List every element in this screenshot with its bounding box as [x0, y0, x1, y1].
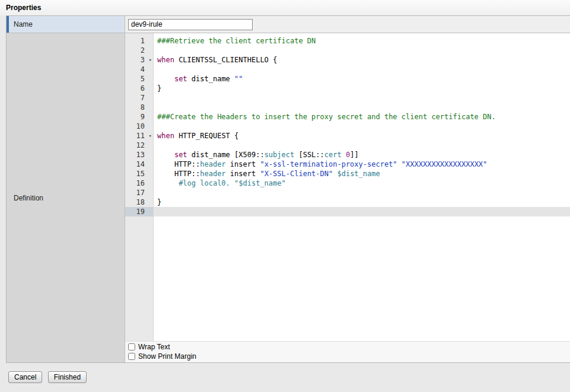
page: Properties Name Definition 123▾456789101… — [0, 0, 570, 392]
finished-button[interactable]: Finished — [48, 371, 87, 383]
code-line[interactable] — [154, 65, 570, 74]
gutter-line[interactable]: 19 — [125, 207, 153, 216]
code-token: ###Retrieve the client certificate DN — [157, 37, 316, 45]
definition-label: Definition — [14, 194, 43, 202]
name-label: Name — [14, 20, 33, 28]
line-number: 1 — [141, 37, 145, 45]
gutter-line[interactable]: 13 — [125, 150, 153, 160]
code-line[interactable]: when CLIENTSSL_CLIENTHELLO { — [154, 55, 570, 65]
gutter-line[interactable]: 8 — [125, 103, 153, 112]
gutter-line[interactable]: 5 — [125, 74, 153, 84]
gutter-line[interactable]: 4 — [125, 65, 153, 74]
properties-table: Name Definition 123▾4567891011▾121314151… — [6, 15, 570, 363]
gutter-line[interactable]: 18 — [125, 197, 153, 207]
code-line[interactable] — [154, 103, 570, 112]
code-token: set — [174, 151, 187, 159]
fold-arrow-icon[interactable]: ▾ — [149, 131, 152, 141]
code-token: insert — [226, 170, 260, 178]
line-number: 12 — [136, 141, 145, 149]
gutter-line[interactable]: 7 — [125, 93, 153, 103]
line-number: 15 — [136, 170, 145, 178]
code-token: [SSL:: — [294, 151, 324, 159]
line-number: 9 — [141, 113, 145, 121]
code-line[interactable]: ###Retrieve the client certificate DN — [154, 36, 570, 46]
code-token: "" — [234, 75, 243, 83]
gutter-line[interactable]: 3▾ — [125, 55, 153, 65]
code-token: ###Create the Headers to insert the prox… — [157, 113, 496, 121]
cancel-button[interactable]: Cancel — [8, 371, 42, 383]
code-line[interactable]: set dist_name [X509::subject [SSL::cert … — [154, 150, 570, 160]
gutter-line[interactable]: 16 — [125, 179, 153, 188]
editor-options: Wrap Text Show Print Margin — [125, 341, 570, 362]
show-print-margin-label: Show Print Margin — [138, 352, 196, 361]
code-token: subject — [265, 151, 295, 159]
code-token: "x-ssl-termination-proxy-secret" — [260, 160, 397, 168]
code-token: dist_name — [187, 75, 234, 83]
code-line[interactable] — [154, 122, 570, 131]
name-label-cell: Name — [7, 16, 125, 33]
gutter-line[interactable]: 11▾ — [125, 131, 153, 141]
page-title: Properties — [6, 4, 41, 12]
wrap-text-label: Wrap Text — [138, 343, 170, 351]
code-token: cert — [324, 151, 342, 159]
line-number: 10 — [136, 122, 145, 130]
line-number: 17 — [136, 189, 145, 197]
gutter-line[interactable]: 10 — [125, 122, 153, 131]
code-line[interactable]: when HTTP_REQUEST { — [154, 131, 570, 141]
line-number: 14 — [136, 160, 145, 168]
gutter-line[interactable]: 1 — [125, 36, 153, 46]
gutter-line[interactable]: 6 — [125, 84, 153, 93]
gutter-line[interactable]: 12 — [125, 141, 153, 150]
code-token: } — [157, 198, 161, 206]
code-editor[interactable]: 123▾4567891011▾1213141516171819 ###Retri… — [125, 33, 570, 341]
code-line[interactable]: } — [154, 197, 570, 207]
name-input[interactable] — [128, 19, 253, 30]
name-row: Name — [7, 16, 570, 33]
code-token: ]] — [350, 151, 358, 159]
bottom-bar: Cancel Finished — [0, 363, 570, 392]
line-number: 16 — [136, 179, 145, 187]
code-token — [342, 151, 346, 159]
editor-code[interactable]: ###Retrieve the client certificate DNwhe… — [154, 33, 570, 341]
gutter-line[interactable]: 15 — [125, 169, 153, 179]
code-line[interactable] — [154, 188, 570, 197]
line-number: 2 — [141, 46, 145, 55]
code-line[interactable]: set dist_name "" — [154, 74, 570, 84]
code-token — [157, 179, 179, 187]
code-token — [157, 75, 174, 83]
code-token: set — [174, 75, 187, 83]
code-line[interactable] — [154, 141, 570, 150]
line-number: 19 — [136, 208, 145, 216]
code-token: $dist_name — [337, 170, 380, 178]
gutter-line[interactable]: 2 — [125, 46, 153, 55]
code-token: header — [200, 170, 225, 178]
code-line[interactable]: } — [154, 84, 570, 93]
definition-label-cell: Definition — [7, 33, 125, 362]
code-token: CLIENTSSL_CLIENTHELLO { — [174, 56, 277, 64]
gutter-line[interactable]: 14 — [125, 160, 153, 169]
code-line[interactable]: HTTP::header insert "x-ssl-termination-p… — [154, 160, 570, 169]
fold-arrow-icon[interactable]: ▾ — [149, 55, 152, 65]
code-token: HTTP_REQUEST { — [174, 132, 238, 140]
code-token: insert — [226, 160, 260, 168]
code-token: dist_name [X509:: — [187, 151, 265, 159]
code-line[interactable] — [154, 93, 570, 103]
gutter-line[interactable]: 17 — [125, 188, 153, 197]
code-line[interactable]: HTTP::header insert "X-SSL-Client-DN" $d… — [154, 169, 570, 179]
line-number: 6 — [141, 84, 145, 93]
definition-editor-cell: 123▾4567891011▾1213141516171819 ###Retri… — [125, 33, 570, 362]
code-line[interactable]: ###Create the Headers to insert the prox… — [154, 112, 570, 122]
definition-row: Definition 123▾4567891011▾12131415161718… — [7, 33, 570, 362]
code-token: HTTP:: — [157, 170, 200, 178]
code-token: #log local0. "$dist_name" — [179, 179, 286, 187]
code-line[interactable] — [154, 46, 570, 55]
gutter-line[interactable]: 9 — [125, 112, 153, 122]
editor-gutter: 123▾4567891011▾1213141516171819 — [125, 33, 154, 341]
code-line[interactable]: #log local0. "$dist_name" — [154, 179, 570, 188]
row-accent-bar — [7, 16, 9, 33]
code-token: } — [157, 84, 161, 93]
show-print-margin-checkbox[interactable] — [128, 353, 135, 360]
code-line[interactable] — [154, 207, 570, 216]
line-number: 13 — [136, 151, 145, 159]
wrap-text-checkbox[interactable] — [128, 343, 135, 350]
